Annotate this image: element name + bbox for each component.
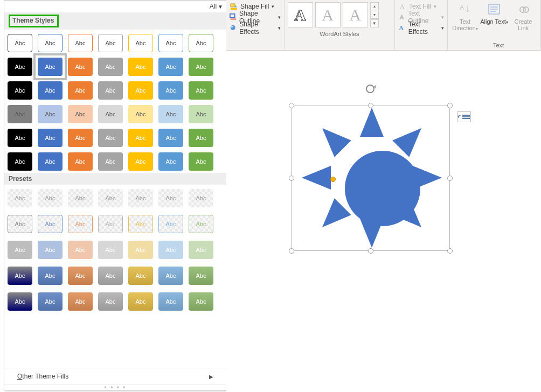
wordart-prev[interactable]: ▴ [370, 2, 379, 10]
theme-style-swatch[interactable]: Abc [128, 81, 153, 100]
preset-style-swatch[interactable]: Abc [158, 215, 183, 233]
preset-style-swatch[interactable]: Abc [68, 267, 93, 285]
preset-style-swatch[interactable]: Abc [8, 215, 32, 233]
text-effects-button[interactable]: A Text Effects▾ [398, 23, 444, 33]
preset-style-swatch[interactable]: Abc [128, 215, 153, 233]
wordart-style-2[interactable]: A [315, 2, 341, 27]
preset-style-swatch[interactable]: Abc [8, 292, 32, 311]
preset-style-swatch[interactable]: Abc [98, 215, 123, 233]
theme-style-swatch[interactable]: Abc [189, 81, 213, 100]
theme-style-swatch[interactable]: Abc [98, 34, 123, 52]
wordart-style-1[interactable]: A [288, 2, 313, 27]
wordart-style-3[interactable]: A [343, 2, 368, 27]
theme-style-swatch[interactable]: Abc [158, 105, 183, 123]
theme-style-swatch[interactable]: Abc [128, 129, 153, 147]
other-theme-fills[interactable]: Other Theme Fills ▶ [4, 368, 226, 384]
theme-style-swatch[interactable]: Abc [128, 58, 153, 76]
rotate-handle[interactable] [364, 83, 376, 95]
theme-style-swatch[interactable]: Abc [68, 129, 93, 147]
theme-style-swatch[interactable]: Abc [68, 58, 93, 76]
filter-all[interactable]: All ▼ [4, 1, 226, 12]
preset-style-swatch[interactable]: Abc [128, 292, 153, 311]
theme-style-swatch[interactable]: Abc [38, 58, 63, 76]
theme-style-swatch[interactable]: Abc [38, 34, 63, 52]
selection-handle-nw[interactable] [289, 103, 294, 108]
theme-style-swatch[interactable]: Abc [189, 105, 213, 123]
preset-style-swatch[interactable]: Abc [128, 189, 153, 207]
selection-handle-e[interactable] [447, 176, 453, 181]
preset-style-swatch[interactable]: Abc [189, 241, 213, 259]
theme-style-swatch[interactable]: Abc [98, 105, 123, 123]
preset-style-swatch[interactable]: Abc [68, 189, 93, 207]
shape-effects-button[interactable]: Shape Effects▾ [230, 23, 281, 33]
preset-style-swatch[interactable]: Abc [8, 241, 32, 259]
selection-handle-w[interactable] [289, 176, 294, 181]
preset-style-swatch[interactable]: Abc [158, 267, 183, 285]
selection-handle-se[interactable] [447, 248, 453, 254]
sun-shape[interactable] [302, 108, 442, 248]
theme-style-swatch[interactable]: Abc [38, 152, 63, 171]
theme-style-swatch[interactable]: Abc [189, 152, 213, 171]
preset-style-swatch[interactable]: Abc [38, 267, 63, 285]
wordart-more[interactable]: ▼ [370, 19, 379, 27]
preset-style-swatch[interactable]: Abc [38, 241, 63, 259]
selection-handle-sw[interactable] [289, 248, 294, 254]
preset-style-swatch[interactable]: Abc [158, 241, 183, 259]
preset-style-swatch[interactable]: Abc [189, 292, 213, 311]
theme-style-swatch[interactable]: Abc [158, 81, 183, 100]
selection-handle-s[interactable] [368, 248, 373, 254]
theme-style-swatch[interactable]: Abc [158, 152, 183, 171]
preset-style-swatch[interactable]: Abc [189, 267, 213, 285]
preset-style-swatch[interactable]: Abc [98, 267, 123, 285]
theme-style-swatch[interactable]: Abc [68, 34, 93, 52]
preset-style-swatch[interactable]: Abc [98, 241, 123, 259]
preset-style-swatch[interactable]: Abc [189, 215, 213, 233]
shape-adjust-handle[interactable] [330, 177, 336, 182]
selection-handle-ne[interactable] [447, 103, 453, 108]
theme-style-swatch[interactable]: Abc [68, 152, 93, 171]
theme-style-swatch[interactable]: Abc [98, 81, 123, 100]
theme-style-swatch[interactable]: Abc [8, 58, 32, 76]
preset-style-swatch[interactable]: Abc [128, 267, 153, 285]
preset-style-swatch[interactable]: Abc [98, 292, 123, 311]
theme-style-swatch[interactable]: Abc [98, 129, 123, 147]
resize-grip[interactable]: • • • • [4, 384, 226, 390]
theme-style-swatch[interactable]: Abc [38, 129, 63, 147]
wordart-next[interactable]: ▾ [370, 11, 379, 19]
preset-style-swatch[interactable]: Abc [38, 215, 63, 233]
preset-style-swatch[interactable]: Abc [8, 267, 32, 285]
theme-style-swatch[interactable]: Abc [68, 81, 93, 100]
theme-style-swatch[interactable]: Abc [158, 58, 183, 76]
preset-style-swatch[interactable]: Abc [68, 241, 93, 259]
preset-style-swatch[interactable]: Abc [38, 189, 63, 207]
theme-style-swatch[interactable]: Abc [128, 152, 153, 171]
theme-style-swatch[interactable]: Abc [8, 81, 32, 100]
theme-style-swatch[interactable]: Abc [98, 152, 123, 171]
theme-style-swatch[interactable]: Abc [8, 105, 32, 123]
preset-style-swatch[interactable]: Abc [158, 189, 183, 207]
theme-style-swatch[interactable]: Abc [8, 34, 32, 52]
theme-style-swatch[interactable]: Abc [8, 129, 32, 147]
preset-style-swatch[interactable]: Abc [98, 189, 123, 207]
layout-options-button[interactable] [457, 111, 471, 122]
theme-style-swatch[interactable]: Abc [38, 81, 63, 100]
theme-style-swatch[interactable]: Abc [189, 58, 213, 76]
theme-style-swatch[interactable]: Abc [158, 129, 183, 147]
preset-style-swatch[interactable]: Abc [158, 292, 183, 311]
preset-style-swatch[interactable]: Abc [68, 292, 93, 311]
theme-style-swatch[interactable]: Abc [128, 34, 153, 52]
theme-style-swatch[interactable]: Abc [68, 105, 93, 123]
preset-style-swatch[interactable]: Abc [189, 189, 213, 207]
theme-style-swatch[interactable]: Abc [189, 34, 213, 52]
theme-style-swatch[interactable]: Abc [38, 105, 63, 123]
preset-style-swatch[interactable]: Abc [38, 292, 63, 311]
theme-style-swatch[interactable]: Abc [8, 152, 32, 171]
theme-styles-label: Theme Styles [9, 15, 59, 27]
preset-style-swatch[interactable]: Abc [128, 241, 153, 259]
theme-style-swatch[interactable]: Abc [98, 58, 123, 76]
theme-style-swatch[interactable]: Abc [128, 105, 153, 123]
theme-style-swatch[interactable]: Abc [158, 34, 183, 52]
preset-style-swatch[interactable]: Abc [68, 215, 93, 233]
preset-style-swatch[interactable]: Abc [8, 189, 32, 207]
theme-style-swatch[interactable]: Abc [189, 129, 213, 147]
